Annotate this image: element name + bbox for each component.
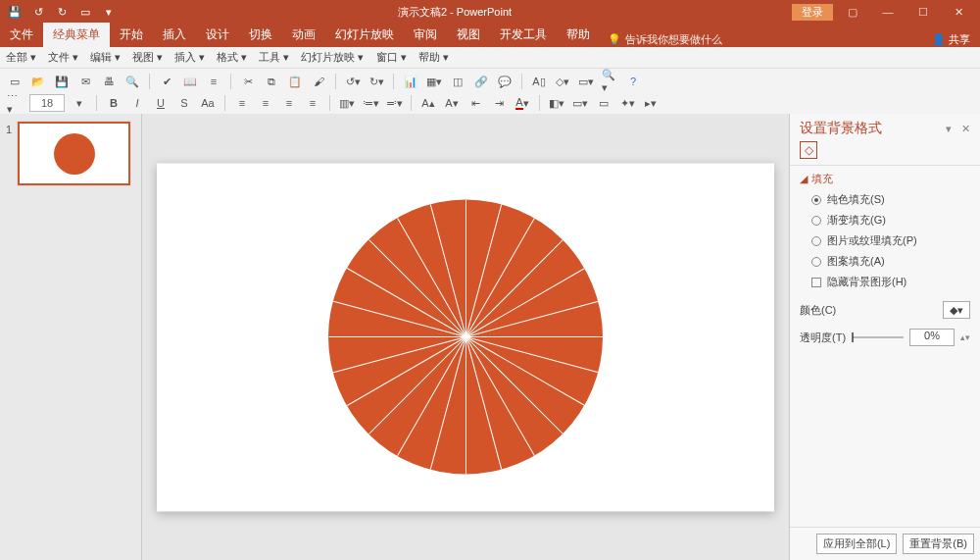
table-icon[interactable]: ▦▾ (425, 73, 443, 90)
textbox-icon[interactable]: A▯ (530, 73, 548, 90)
redo-icon[interactable]: ↻▾ (368, 73, 385, 90)
format-painter-icon[interactable]: 🖌 (310, 73, 327, 90)
columns-icon[interactable]: ▥▾ (338, 94, 356, 112)
shadow-icon[interactable]: S (175, 94, 193, 112)
submenu-insert[interactable]: 插入 ▾ (174, 50, 205, 65)
transition-icon[interactable]: ▸▾ (642, 94, 660, 112)
bold-icon[interactable]: B (105, 94, 122, 112)
ribbon-options-icon[interactable]: ▢ (837, 6, 868, 19)
bullets-icon[interactable]: ≔▾ (362, 94, 379, 112)
opt-hide-bg[interactable]: 隐藏背景图形(H) (811, 275, 970, 289)
design-icon[interactable]: ◧▾ (548, 94, 565, 112)
qat-more-icon[interactable]: ▾ (102, 5, 116, 19)
new-icon[interactable]: ▭ (6, 73, 24, 90)
panel-options-icon[interactable]: ▾ (946, 123, 952, 135)
submenu-window[interactable]: 窗口 ▾ (376, 50, 407, 65)
cut-icon[interactable]: ✂ (239, 73, 257, 90)
tab-review[interactable]: 审阅 (404, 23, 447, 47)
opt-pattern-fill[interactable]: 图案填充(A) (811, 254, 970, 269)
chart-icon[interactable]: 📊 (402, 73, 419, 90)
paste-icon[interactable]: 📋 (286, 73, 304, 90)
submenu-all[interactable]: 全部 ▾ (6, 50, 36, 65)
submenu-slideshow[interactable]: 幻灯片放映 ▾ (301, 50, 364, 65)
redo-icon[interactable]: ↻ (55, 5, 69, 19)
align-center-icon[interactable]: ≡ (257, 94, 274, 112)
maximize-icon[interactable]: ☐ (907, 6, 939, 19)
spell-icon[interactable]: ✔ (158, 73, 175, 90)
fill-bucket-icon[interactable]: ◇ (800, 141, 817, 159)
layout-icon[interactable]: ▭ (595, 94, 612, 112)
save-icon[interactable]: 💾 (8, 5, 22, 19)
decrease-font-icon[interactable]: A▾ (443, 94, 461, 112)
tab-dev[interactable]: 开发工具 (490, 23, 557, 47)
underline-icon[interactable]: U (152, 94, 170, 112)
submenu-view[interactable]: 视图 ▾ (132, 50, 163, 65)
tab-home[interactable]: 开始 (110, 23, 153, 47)
submenu-help[interactable]: 帮助 ▾ (418, 50, 449, 65)
new-slide-icon[interactable]: ▭▾ (571, 94, 589, 112)
apply-all-button[interactable]: 应用到全部(L) (816, 534, 897, 554)
submenu-format[interactable]: 格式 ▾ (217, 50, 247, 65)
submenu-file[interactable]: 文件 ▾ (48, 50, 78, 65)
align-right-icon[interactable]: ≡ (280, 94, 298, 112)
change-case-icon[interactable]: Aa (199, 94, 217, 112)
research-icon[interactable]: 📖 (181, 73, 199, 90)
open-icon[interactable]: 📂 (29, 73, 47, 90)
shapes-icon[interactable]: ◇▾ (554, 73, 571, 90)
preview-icon[interactable]: 🔍 (123, 73, 141, 90)
panel-close-icon[interactable]: ✕ (961, 123, 970, 135)
copy-icon[interactable]: ⧉ (263, 73, 280, 90)
hyperlink-icon[interactable]: 🔗 (472, 73, 490, 90)
tab-insert[interactable]: 插入 (153, 23, 196, 47)
tell-me-search[interactable]: 💡 告诉我你想要做什么 (608, 32, 722, 47)
tab-slideshow[interactable]: 幻灯片放映 (325, 23, 404, 47)
indent-icon[interactable]: ⇥ (490, 94, 508, 112)
slide-canvas-area[interactable] (142, 114, 789, 560)
help-icon[interactable]: ? (624, 73, 642, 90)
undo-icon[interactable]: ↺▾ (344, 73, 362, 90)
submenu-tools[interactable]: 工具 ▾ (259, 50, 289, 65)
reset-background-button[interactable]: 重置背景(B) (903, 534, 974, 554)
color-picker[interactable]: ◆▾ (943, 301, 970, 319)
tab-animation[interactable]: 动画 (282, 23, 325, 47)
arrange-icon[interactable]: ▭▾ (577, 73, 595, 90)
tab-design[interactable]: 设计 (196, 23, 239, 47)
close-icon[interactable]: ✕ (943, 6, 974, 19)
increase-font-icon[interactable]: A▴ (419, 94, 437, 112)
opt-picture-fill[interactable]: 图片或纹理填充(P) (811, 233, 970, 248)
tab-classic-menu[interactable]: 经典菜单 (43, 23, 110, 47)
opt-solid-fill[interactable]: 纯色填充(S) (811, 192, 970, 207)
numbering-icon[interactable]: ≕▾ (385, 94, 403, 112)
zoom-icon[interactable]: 🔍▾ (601, 73, 618, 90)
size-more-icon[interactable]: ▾ (71, 94, 88, 112)
transparency-value[interactable]: 0% (909, 329, 955, 346)
comment-icon[interactable]: 💬 (496, 73, 514, 90)
justify-icon[interactable]: ≡ (304, 94, 321, 112)
section-fill[interactable]: ◢ 填充 (800, 172, 970, 186)
submenu-edit[interactable]: 编辑 ▾ (90, 50, 121, 65)
font-color-icon[interactable]: A▾ (514, 94, 531, 112)
align-left-icon[interactable]: ≡ (233, 94, 251, 112)
effects-icon[interactable]: ✦▾ (618, 94, 636, 112)
thesaurus-icon[interactable]: ≡ (205, 73, 222, 90)
transparency-slider[interactable] (852, 336, 904, 338)
opt-gradient-fill[interactable]: 渐变填充(G) (811, 213, 970, 228)
slideshow-start-icon[interactable]: ▭ (78, 5, 92, 19)
italic-icon[interactable]: I (128, 94, 146, 112)
object-icon[interactable]: ◫ (449, 73, 466, 90)
save-icon[interactable]: 💾 (53, 73, 71, 90)
thumbnail-item[interactable]: 1 (6, 122, 135, 185)
tab-view[interactable]: 视图 (447, 23, 490, 47)
thumbnail-slide-1[interactable] (18, 122, 130, 185)
minimize-icon[interactable]: — (872, 6, 904, 18)
login-button[interactable]: 登录 (792, 4, 833, 21)
spinner-icon[interactable]: ▴▾ (960, 332, 970, 342)
tab-help[interactable]: 帮助 (557, 23, 600, 47)
print-icon[interactable]: 🖶 (100, 73, 118, 90)
outdent-icon[interactable]: ⇤ (466, 94, 484, 112)
email-icon[interactable]: ✉ (76, 73, 94, 90)
sunburst-shape[interactable] (328, 200, 603, 475)
slide[interactable] (157, 163, 774, 511)
undo-icon[interactable]: ↺ (31, 5, 45, 19)
tab-transition[interactable]: 切换 (239, 23, 282, 47)
